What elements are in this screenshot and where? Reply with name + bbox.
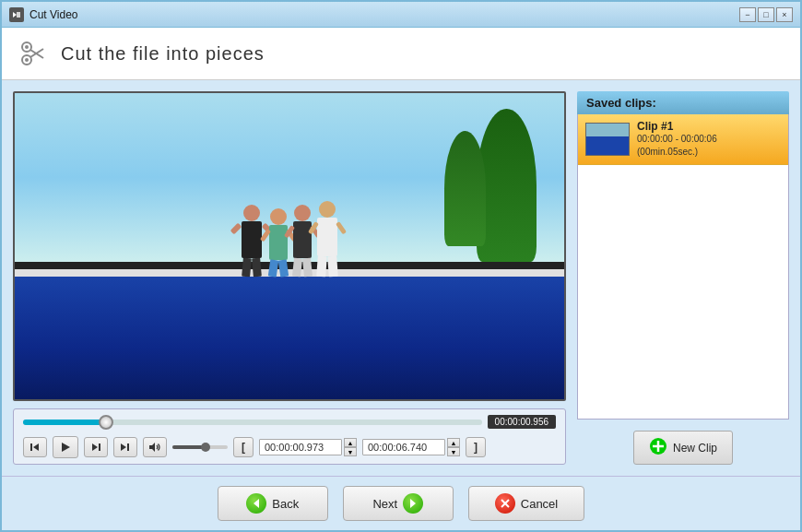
next-label: Next xyxy=(372,497,397,511)
left-bracket-button[interactable]: [ xyxy=(233,437,254,457)
current-time-badge: 00:00:00.956 xyxy=(488,415,556,429)
restore-button[interactable]: □ xyxy=(758,7,774,22)
plus-icon xyxy=(649,437,667,458)
clip-duration: (00min.05sec.) xyxy=(637,146,781,159)
volume-slider-container[interactable] xyxy=(172,445,228,449)
svg-point-6 xyxy=(25,45,29,49)
start-time-input[interactable] xyxy=(259,439,342,455)
new-clip-label: New Clip xyxy=(673,442,717,455)
svg-point-7 xyxy=(25,58,29,62)
controls-row: [ ▲ ▼ ▲ ▼ ] xyxy=(23,436,556,458)
timeline-bar: 00:00:00.956 xyxy=(23,415,556,429)
legs-4 xyxy=(317,256,337,277)
clip-thumb-inner xyxy=(586,124,629,155)
back-button[interactable]: Back xyxy=(218,486,328,521)
clip-name: Clip #1 xyxy=(637,120,781,133)
main-window: Cut Video − □ × Cut the file into pieces xyxy=(0,0,802,532)
svg-marker-9 xyxy=(33,443,39,451)
scissors-icon xyxy=(17,37,50,70)
volume-slider[interactable] xyxy=(172,445,228,449)
window-title: Cut Video xyxy=(29,8,739,21)
start-time-spin: ▲ ▼ xyxy=(344,438,357,456)
start-time-down[interactable]: ▼ xyxy=(344,447,357,456)
body-4 xyxy=(317,218,337,256)
svg-marker-13 xyxy=(121,443,126,451)
window-controls: − □ × xyxy=(739,7,793,22)
scene-water xyxy=(15,271,564,399)
new-clip-container: New Clip xyxy=(577,427,789,465)
end-time-spin: ▲ ▼ xyxy=(447,438,460,456)
step-forward-button[interactable] xyxy=(113,437,137,457)
close-button[interactable]: × xyxy=(776,7,793,22)
timeline-thumb[interactable] xyxy=(99,415,113,430)
volume-button[interactable] xyxy=(143,437,167,457)
head-4 xyxy=(319,201,336,218)
minimize-button[interactable]: − xyxy=(739,7,756,22)
skip-forward-button[interactable] xyxy=(84,437,108,457)
clip-thumbnail xyxy=(585,123,630,156)
svg-marker-15 xyxy=(149,443,155,452)
cancel-label: Cancel xyxy=(521,497,558,511)
saved-clips-header: Saved clips: xyxy=(577,91,789,114)
cancel-button[interactable]: Cancel xyxy=(468,486,584,521)
right-panel: Saved clips: Clip #1 00:00:00 - 00:00:06… xyxy=(577,91,789,465)
head-1 xyxy=(243,205,260,221)
cancel-icon xyxy=(495,493,515,514)
body-2 xyxy=(269,225,288,260)
timeline-track[interactable] xyxy=(23,420,482,425)
clip-info: Clip #1 00:00:00 - 00:00:06 (00min.05sec… xyxy=(637,120,781,159)
skip-back-button[interactable] xyxy=(23,437,47,457)
back-icon xyxy=(246,493,266,514)
svg-marker-12 xyxy=(92,443,98,451)
person-4 xyxy=(317,201,337,277)
svg-marker-20 xyxy=(410,499,416,508)
start-time-up[interactable]: ▲ xyxy=(344,438,357,447)
timeline-area: 00:00:00.956 xyxy=(13,408,566,465)
main-content: 00:00:00.956 xyxy=(2,80,800,476)
end-time-down[interactable]: ▼ xyxy=(447,447,460,456)
svg-rect-11 xyxy=(99,443,100,451)
body-1 xyxy=(242,221,262,258)
next-button[interactable]: Next xyxy=(343,486,454,521)
start-time-group: ▲ ▼ xyxy=(259,438,357,456)
left-panel: 00:00:00.956 xyxy=(13,91,566,465)
person-1 xyxy=(242,205,262,277)
bottom-bar: Back Next Cancel xyxy=(2,476,800,530)
play-button[interactable] xyxy=(53,436,78,458)
head-2 xyxy=(270,208,287,225)
clip-time-range: 00:00:00 - 00:00:06 xyxy=(637,133,781,146)
end-time-up[interactable]: ▲ xyxy=(447,438,460,447)
page-title: Cut the file into pieces xyxy=(61,43,265,65)
volume-thumb[interactable] xyxy=(201,443,210,452)
saved-clips-section: Saved clips: Clip #1 00:00:00 - 00:00:06… xyxy=(577,91,789,465)
clip-item[interactable]: Clip #1 00:00:00 - 00:00:06 (00min.05sec… xyxy=(578,114,788,165)
end-time-group: ▲ ▼ xyxy=(362,438,460,456)
legs-3 xyxy=(293,258,312,277)
legs-1 xyxy=(242,258,261,277)
app-icon xyxy=(9,7,24,22)
right-bracket-button[interactable]: ] xyxy=(466,437,486,457)
svg-marker-10 xyxy=(62,443,70,452)
clips-list: Clip #1 00:00:00 - 00:00:06 (00min.05sec… xyxy=(577,114,789,420)
title-bar: Cut Video − □ × xyxy=(2,2,800,28)
people-group xyxy=(59,130,521,277)
next-icon xyxy=(403,493,423,514)
svg-marker-19 xyxy=(254,499,259,508)
person-3 xyxy=(293,205,312,277)
video-preview xyxy=(13,91,566,401)
legs-2 xyxy=(269,260,288,277)
page-header: Cut the file into pieces xyxy=(2,28,800,80)
new-clip-button[interactable]: New Clip xyxy=(633,431,733,465)
end-time-input[interactable] xyxy=(362,439,445,455)
timeline-progress xyxy=(23,420,106,425)
svg-rect-8 xyxy=(30,443,32,451)
body-3 xyxy=(293,221,312,258)
head-3 xyxy=(294,205,311,221)
back-label: Back xyxy=(272,497,299,511)
person-2 xyxy=(269,208,288,277)
video-frame xyxy=(15,93,564,399)
